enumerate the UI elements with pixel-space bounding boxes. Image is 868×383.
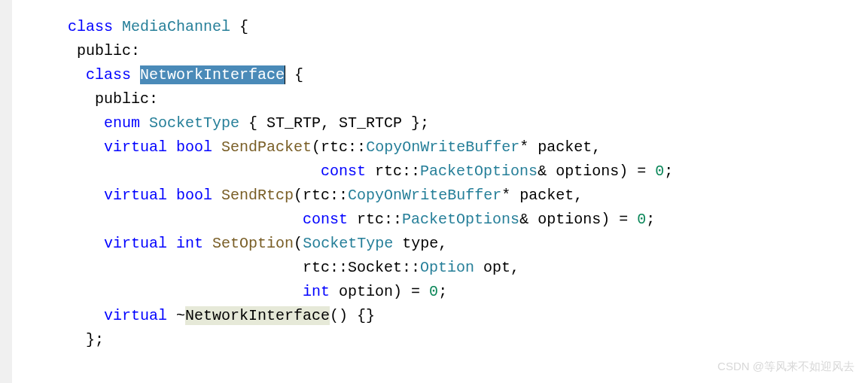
code-line: const rtc::PacketOptions& options) = 0; — [68, 160, 868, 184]
args: * packet, — [519, 138, 601, 156]
type-name: CopyOnWriteBuffer — [366, 138, 519, 156]
keyword-enum: enum — [68, 114, 140, 132]
keyword-virtual: virtual — [68, 187, 167, 204]
keyword-int: int — [303, 283, 330, 300]
gutter — [0, 0, 12, 383]
namespace: rtc:: — [366, 163, 420, 180]
watermark: CSDN @等风来不如迎风去 — [717, 357, 854, 375]
code-line: enum SocketType { ST_RTP, ST_RTCP }; — [68, 111, 868, 135]
code-line: public: — [68, 39, 868, 63]
indent — [68, 259, 303, 276]
semicolon: ; — [438, 283, 447, 300]
args: (rtc:: — [294, 187, 348, 204]
indent — [68, 283, 303, 300]
type-name: SocketType — [303, 235, 393, 252]
access-specifier: public: — [68, 42, 140, 59]
namespace: rtc:: — [348, 211, 402, 228]
destructor-body: () {} — [330, 307, 375, 324]
code-line: virtual bool SendPacket(rtc::CopyOnWrite… — [68, 135, 868, 160]
keyword-int: int — [176, 235, 203, 252]
keyword-bool: bool — [176, 138, 212, 156]
code-line: const rtc::PacketOptions& options) = 0; — [68, 208, 868, 232]
code-line: class MediaChannel { — [68, 15, 868, 39]
code-line: virtual bool SendRtcp(rtc::CopyOnWriteBu… — [68, 184, 868, 208]
namespace: rtc::Socket:: — [303, 259, 420, 276]
brace: { — [285, 66, 303, 84]
occurrence-highlight: NetworkInterface — [185, 306, 330, 325]
type-name: CopyOnWriteBuffer — [348, 187, 501, 204]
code-line: public: — [68, 87, 868, 111]
args: opt, — [474, 259, 519, 276]
indent — [68, 211, 303, 228]
semicolon: ; — [646, 211, 655, 228]
keyword-class: class — [68, 18, 113, 35]
function-name: SendRtcp — [221, 187, 294, 204]
args: & options) = — [519, 211, 637, 228]
keyword-class: class — [68, 66, 131, 84]
code-line: virtual ~NetworkInterface() {} — [68, 304, 868, 328]
code-line: int option) = 0; — [68, 280, 868, 304]
number-literal: 0 — [637, 211, 646, 228]
code-line: }; — [68, 328, 868, 352]
args: ( — [294, 235, 303, 252]
number-literal: 0 — [655, 163, 664, 180]
brace: { — [230, 18, 248, 35]
type-name: PacketOptions — [402, 211, 519, 228]
args: & options) = — [538, 163, 655, 180]
type-name: SocketType — [149, 114, 239, 132]
keyword-virtual: virtual — [68, 138, 167, 156]
indent — [68, 163, 321, 180]
type-name: MediaChannel — [122, 18, 230, 35]
keyword-virtual: virtual — [68, 235, 167, 252]
args: option) = — [330, 283, 429, 300]
function-name: SendPacket — [221, 138, 312, 156]
code-line: rtc::Socket::Option opt, — [68, 256, 868, 280]
args: * packet, — [501, 187, 583, 204]
args: (rtc:: — [312, 138, 366, 156]
number-literal: 0 — [429, 283, 438, 300]
keyword-const: const — [321, 163, 366, 180]
access-specifier: public: — [68, 90, 158, 108]
type-name: Option — [420, 259, 474, 276]
closing-brace: }; — [68, 331, 104, 348]
code-block: class MediaChannel { public: class Netwo… — [68, 15, 868, 352]
keyword-bool: bool — [176, 187, 212, 204]
keyword-const: const — [303, 211, 348, 228]
selected-identifier[interactable]: NetworkInterface — [140, 65, 285, 84]
code-line: virtual int SetOption(SocketType type, — [68, 232, 868, 256]
code-line: class NetworkInterface { — [68, 63, 868, 87]
args: type, — [393, 235, 447, 252]
function-name: SetOption — [212, 235, 294, 252]
semicolon: ; — [664, 163, 673, 180]
type-name: PacketOptions — [420, 163, 538, 180]
enum-body: { ST_RTP, ST_RTCP }; — [239, 114, 429, 132]
keyword-virtual: virtual — [68, 307, 167, 324]
tilde: ~ — [167, 307, 185, 324]
